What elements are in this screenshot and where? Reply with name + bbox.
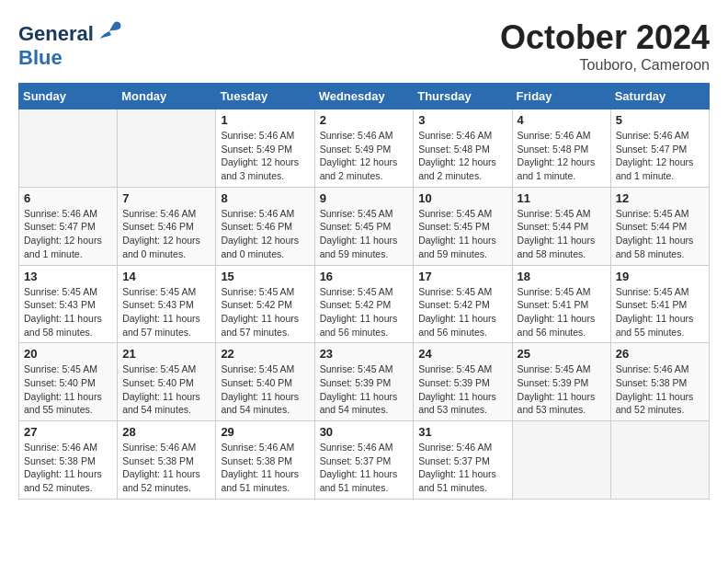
calendar-week-4: 20Sunrise: 5:45 AM Sunset: 5:40 PM Dayli… xyxy=(19,343,710,421)
calendar-cell: 26Sunrise: 5:46 AM Sunset: 5:38 PM Dayli… xyxy=(610,343,709,421)
calendar-week-5: 27Sunrise: 5:46 AM Sunset: 5:38 PM Dayli… xyxy=(19,421,710,500)
day-info: Sunrise: 5:46 AM Sunset: 5:47 PM Dayligh… xyxy=(616,129,704,183)
calendar-cell: 14Sunrise: 5:45 AM Sunset: 5:43 PM Dayli… xyxy=(118,265,216,343)
day-number: 20 xyxy=(24,347,112,361)
day-number: 17 xyxy=(418,270,506,283)
calendar-cell: 11Sunrise: 5:45 AM Sunset: 5:44 PM Dayli… xyxy=(512,187,610,265)
calendar-cell: 27Sunrise: 5:46 AM Sunset: 5:38 PM Dayli… xyxy=(19,421,118,500)
day-number: 30 xyxy=(320,425,409,439)
calendar-cell: 29Sunrise: 5:46 AM Sunset: 5:38 PM Dayli… xyxy=(216,421,314,500)
calendar-cell xyxy=(118,109,216,188)
calendar-week-1: 1Sunrise: 5:46 AM Sunset: 5:49 PM Daylig… xyxy=(19,109,710,188)
day-info: Sunrise: 5:45 AM Sunset: 5:44 PM Dayligh… xyxy=(616,207,704,261)
calendar-cell: 23Sunrise: 5:45 AM Sunset: 5:39 PM Dayli… xyxy=(314,343,414,421)
day-number: 1 xyxy=(221,113,309,127)
calendar-cell: 1Sunrise: 5:46 AM Sunset: 5:49 PM Daylig… xyxy=(216,109,314,188)
day-info: Sunrise: 5:45 AM Sunset: 5:39 PM Dayligh… xyxy=(418,362,506,417)
day-info: Sunrise: 5:45 AM Sunset: 5:42 PM Dayligh… xyxy=(221,285,309,339)
calendar-cell: 12Sunrise: 5:45 AM Sunset: 5:44 PM Dayli… xyxy=(610,187,709,265)
day-info: Sunrise: 5:45 AM Sunset: 5:45 PM Dayligh… xyxy=(320,207,409,261)
day-number: 12 xyxy=(616,191,704,205)
weekday-header-wednesday: Wednesday xyxy=(314,84,414,109)
day-info: Sunrise: 5:45 AM Sunset: 5:41 PM Dayligh… xyxy=(518,285,606,339)
day-number: 27 xyxy=(24,425,112,439)
day-number: 3 xyxy=(418,113,506,127)
day-info: Sunrise: 5:45 AM Sunset: 5:43 PM Dayligh… xyxy=(122,285,210,339)
calendar-cell xyxy=(610,421,709,500)
day-number: 14 xyxy=(122,270,210,283)
day-number: 16 xyxy=(320,270,409,283)
day-number: 9 xyxy=(320,191,409,205)
day-info: Sunrise: 5:46 AM Sunset: 5:46 PM Dayligh… xyxy=(122,207,210,261)
day-info: Sunrise: 5:46 AM Sunset: 5:46 PM Dayligh… xyxy=(221,207,309,261)
calendar-cell: 8Sunrise: 5:46 AM Sunset: 5:46 PM Daylig… xyxy=(216,187,314,265)
day-number: 15 xyxy=(221,270,309,283)
title-block: October 2024 Touboro, Cameroon xyxy=(500,18,710,74)
day-info: Sunrise: 5:45 AM Sunset: 5:42 PM Dayligh… xyxy=(418,285,506,339)
weekday-header-thursday: Thursday xyxy=(414,84,512,109)
calendar-cell: 19Sunrise: 5:45 AM Sunset: 5:41 PM Dayli… xyxy=(610,265,709,343)
calendar-cell: 13Sunrise: 5:45 AM Sunset: 5:43 PM Dayli… xyxy=(19,265,118,343)
day-number: 11 xyxy=(518,191,606,205)
calendar-cell: 30Sunrise: 5:46 AM Sunset: 5:37 PM Dayli… xyxy=(314,421,414,500)
day-info: Sunrise: 5:46 AM Sunset: 5:49 PM Dayligh… xyxy=(221,129,309,183)
logo-name: General xyxy=(18,18,122,50)
day-info: Sunrise: 5:46 AM Sunset: 5:37 PM Dayligh… xyxy=(320,441,409,495)
day-number: 2 xyxy=(320,113,409,127)
calendar-cell: 20Sunrise: 5:45 AM Sunset: 5:40 PM Dayli… xyxy=(19,343,118,421)
day-number: 4 xyxy=(518,113,606,127)
day-info: Sunrise: 5:46 AM Sunset: 5:38 PM Dayligh… xyxy=(616,362,704,417)
calendar-table: SundayMondayTuesdayWednesdayThursdayFrid… xyxy=(18,83,710,500)
calendar-cell: 16Sunrise: 5:45 AM Sunset: 5:42 PM Dayli… xyxy=(314,265,414,343)
calendar-cell: 2Sunrise: 5:46 AM Sunset: 5:49 PM Daylig… xyxy=(314,109,414,188)
day-number: 25 xyxy=(518,347,606,361)
weekday-header-tuesday: Tuesday xyxy=(216,84,314,109)
calendar-week-3: 13Sunrise: 5:45 AM Sunset: 5:43 PM Dayli… xyxy=(19,265,710,343)
calendar-cell xyxy=(19,109,118,188)
day-info: Sunrise: 5:46 AM Sunset: 5:37 PM Dayligh… xyxy=(418,441,506,495)
day-number: 18 xyxy=(518,270,606,283)
logo-blue: Blue xyxy=(18,46,63,70)
day-info: Sunrise: 5:46 AM Sunset: 5:48 PM Dayligh… xyxy=(418,129,506,183)
day-info: Sunrise: 5:46 AM Sunset: 5:38 PM Dayligh… xyxy=(24,441,112,495)
page-header: General Blue October 2024 Touboro, Camer… xyxy=(18,18,710,74)
day-info: Sunrise: 5:46 AM Sunset: 5:48 PM Dayligh… xyxy=(518,129,606,183)
calendar-cell: 9Sunrise: 5:45 AM Sunset: 5:45 PM Daylig… xyxy=(314,187,414,265)
calendar-cell: 25Sunrise: 5:45 AM Sunset: 5:39 PM Dayli… xyxy=(512,343,610,421)
weekday-header-sunday: Sunday xyxy=(19,84,118,109)
calendar-cell: 22Sunrise: 5:45 AM Sunset: 5:40 PM Dayli… xyxy=(216,343,314,421)
location: Touboro, Cameroon xyxy=(500,57,710,74)
calendar-cell: 28Sunrise: 5:46 AM Sunset: 5:38 PM Dayli… xyxy=(118,421,216,500)
day-info: Sunrise: 5:45 AM Sunset: 5:41 PM Dayligh… xyxy=(616,285,704,339)
day-number: 22 xyxy=(221,347,309,361)
day-info: Sunrise: 5:45 AM Sunset: 5:40 PM Dayligh… xyxy=(122,362,210,417)
day-number: 29 xyxy=(221,425,309,439)
weekday-header-saturday: Saturday xyxy=(610,84,709,109)
logo: General Blue xyxy=(18,18,122,70)
day-info: Sunrise: 5:45 AM Sunset: 5:39 PM Dayligh… xyxy=(518,362,606,417)
day-number: 5 xyxy=(616,113,704,127)
weekday-header-row: SundayMondayTuesdayWednesdayThursdayFrid… xyxy=(19,84,710,109)
day-info: Sunrise: 5:45 AM Sunset: 5:45 PM Dayligh… xyxy=(418,207,506,261)
calendar-cell: 31Sunrise: 5:46 AM Sunset: 5:37 PM Dayli… xyxy=(414,421,512,500)
day-number: 13 xyxy=(24,270,112,283)
calendar-cell: 6Sunrise: 5:46 AM Sunset: 5:47 PM Daylig… xyxy=(19,187,118,265)
weekday-header-monday: Monday xyxy=(118,84,216,109)
day-number: 8 xyxy=(221,191,309,205)
day-info: Sunrise: 5:45 AM Sunset: 5:39 PM Dayligh… xyxy=(320,362,409,417)
day-number: 10 xyxy=(418,191,506,205)
calendar-cell: 7Sunrise: 5:46 AM Sunset: 5:46 PM Daylig… xyxy=(118,187,216,265)
calendar-cell: 21Sunrise: 5:45 AM Sunset: 5:40 PM Dayli… xyxy=(118,343,216,421)
day-number: 26 xyxy=(616,347,704,361)
calendar-cell: 5Sunrise: 5:46 AM Sunset: 5:47 PM Daylig… xyxy=(610,109,709,188)
day-info: Sunrise: 5:45 AM Sunset: 5:44 PM Dayligh… xyxy=(518,207,606,261)
day-info: Sunrise: 5:46 AM Sunset: 5:49 PM Dayligh… xyxy=(320,129,409,183)
day-info: Sunrise: 5:45 AM Sunset: 5:40 PM Dayligh… xyxy=(24,362,112,417)
day-info: Sunrise: 5:46 AM Sunset: 5:38 PM Dayligh… xyxy=(122,441,210,495)
day-number: 6 xyxy=(24,191,112,205)
logo-general: General xyxy=(18,22,94,46)
day-info: Sunrise: 5:45 AM Sunset: 5:42 PM Dayligh… xyxy=(320,285,409,339)
calendar-cell xyxy=(512,421,610,500)
day-info: Sunrise: 5:45 AM Sunset: 5:43 PM Dayligh… xyxy=(24,285,112,339)
day-info: Sunrise: 5:46 AM Sunset: 5:47 PM Dayligh… xyxy=(24,207,112,261)
